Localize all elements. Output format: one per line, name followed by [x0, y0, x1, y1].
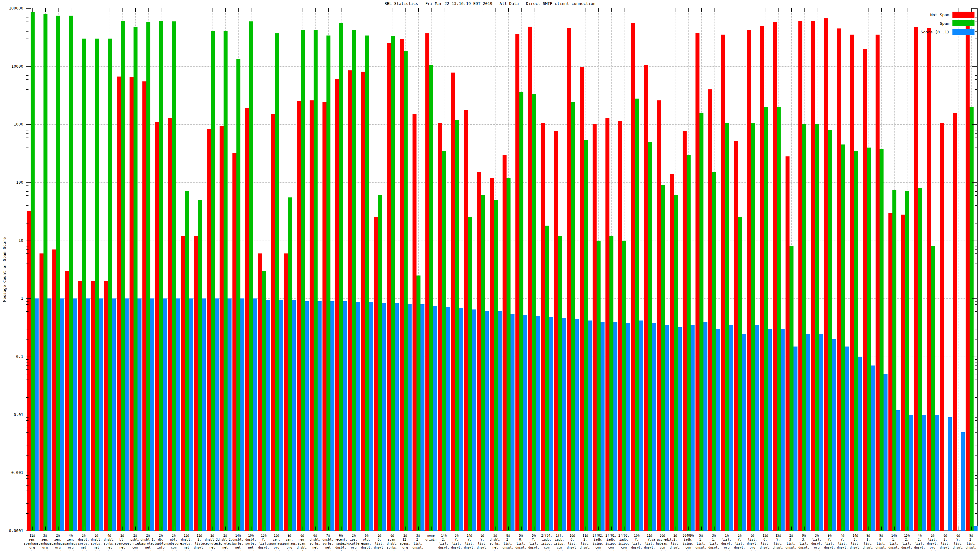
y-axis-major-tick	[26, 241, 31, 241]
x-axis-tick	[406, 527, 406, 530]
x-axis-tick	[650, 8, 650, 12]
y-axis-minor-tick	[975, 482, 977, 482]
x-tick-label: 5@ 1. list. dnswl. org origin	[695, 534, 706, 551]
bar-score	[858, 357, 862, 531]
y-axis-minor-tick	[26, 249, 29, 250]
bar-not-spam	[721, 35, 725, 531]
bar-spam	[506, 178, 511, 531]
y-axis-minor-tick	[26, 445, 29, 445]
y-axis-minor-tick	[975, 486, 977, 486]
x-axis-tick	[135, 8, 136, 12]
y-axis-major-tick	[26, 124, 31, 125]
y-axis-minor-tick	[975, 281, 977, 281]
x-axis-tick	[45, 8, 46, 12]
bar-spam	[532, 94, 536, 531]
bar-score	[112, 299, 116, 531]
bar-spam	[802, 124, 807, 531]
y-axis-minor-tick	[975, 97, 977, 97]
x-axis-tick	[302, 8, 303, 12]
x-axis-tick	[277, 8, 277, 12]
y-axis-minor-tick	[26, 308, 29, 308]
x-axis-tick	[97, 527, 97, 530]
y-axis-minor-tick	[26, 513, 29, 514]
bar-spam	[198, 200, 202, 531]
x-axis-tick	[431, 527, 431, 530]
y-axis-major-tick	[972, 241, 977, 241]
y-axis-minor-tick	[975, 455, 977, 456]
x-axis-tick	[457, 527, 457, 530]
y-axis-minor-tick	[26, 503, 29, 503]
x-tick-label: 3@ 1. list. dnswl. org origin	[708, 534, 719, 551]
y-axis-minor-tick	[975, 304, 977, 305]
bar-score	[266, 300, 270, 531]
y-axis-major-tick	[26, 299, 31, 299]
y-tick-label: 10	[0, 238, 23, 243]
x-axis-tick	[508, 527, 509, 530]
bar-not-spam	[207, 129, 211, 531]
bar-not-spam	[27, 211, 30, 531]
x-axis-tick	[573, 527, 573, 530]
bar-spam	[326, 35, 331, 531]
x-axis-tick	[920, 8, 920, 12]
x-tick-label: 9@ 2. list. dnswl. org origin	[966, 534, 977, 551]
bar-score	[125, 299, 129, 531]
y-axis-minor-tick	[26, 14, 29, 14]
y-axis-minor-tick	[26, 271, 29, 271]
bar-score	[832, 339, 836, 531]
x-axis-tick	[444, 527, 444, 530]
x-axis-tick	[277, 527, 277, 530]
bar-not-spam	[682, 131, 687, 531]
bar-score	[588, 321, 592, 531]
x-axis-tick	[123, 8, 123, 12]
y-axis-minor-tick	[975, 490, 977, 491]
x-axis-tick	[315, 8, 316, 12]
bar-spam	[455, 120, 459, 531]
bar-spam	[146, 22, 150, 531]
x-axis-tick	[611, 527, 612, 530]
bar-score	[292, 300, 296, 531]
bar-spam	[648, 142, 652, 531]
bar-not-spam	[760, 26, 764, 531]
bar-not-spam	[567, 28, 571, 531]
y-axis-minor-tick	[26, 304, 29, 305]
y-axis-minor-tick	[26, 155, 29, 155]
bar-score	[331, 301, 334, 531]
bar-spam	[558, 236, 562, 531]
x-tick-label: 6@ dnsbl. sorbs. net origin	[310, 534, 321, 551]
y-axis-minor-tick	[975, 223, 977, 224]
y-axis-minor-tick	[975, 127, 977, 127]
bar-not-spam	[220, 126, 224, 531]
y-axis-minor-tick	[975, 75, 977, 76]
legend-label: Score (0..1)	[921, 30, 950, 34]
y-axis-minor-tick	[26, 130, 29, 130]
bar-score	[755, 325, 759, 531]
y-axis-major-tick	[972, 473, 977, 473]
y-tick-label: 1	[0, 296, 23, 301]
y-axis-minor-tick	[26, 79, 29, 79]
bar-not-spam	[477, 172, 481, 531]
y-axis-minor-tick	[26, 49, 29, 49]
bar-not-spam	[451, 73, 455, 531]
y-axis-minor-tick	[26, 89, 29, 90]
x-tick-label: 3@ 0. list. dnswl. org origin	[374, 534, 385, 551]
x-tick-label: 10@ dnsbl. sorbs. net origin	[245, 534, 256, 551]
x-axis-tick	[547, 8, 547, 12]
legend-item: Score (0..1)	[921, 29, 975, 35]
x-axis-tick	[200, 527, 200, 530]
bar-not-spam	[901, 214, 905, 531]
x-axis-tick	[881, 527, 882, 530]
bar-spam	[789, 246, 794, 531]
y-axis-minor-tick	[26, 127, 29, 127]
bar-score	[678, 327, 682, 531]
bar-spam	[635, 98, 639, 531]
bar-score	[909, 415, 913, 531]
bar-spam	[43, 14, 48, 531]
bar-not-spam	[104, 281, 108, 531]
y-axis-minor-tick	[975, 205, 977, 206]
bar-score	[150, 299, 154, 531]
y-axis-minor-tick	[26, 374, 29, 375]
x-axis-tick	[251, 8, 251, 12]
bar-score	[845, 346, 849, 531]
bar-spam	[56, 16, 60, 531]
y-axis-minor-tick	[26, 329, 29, 329]
